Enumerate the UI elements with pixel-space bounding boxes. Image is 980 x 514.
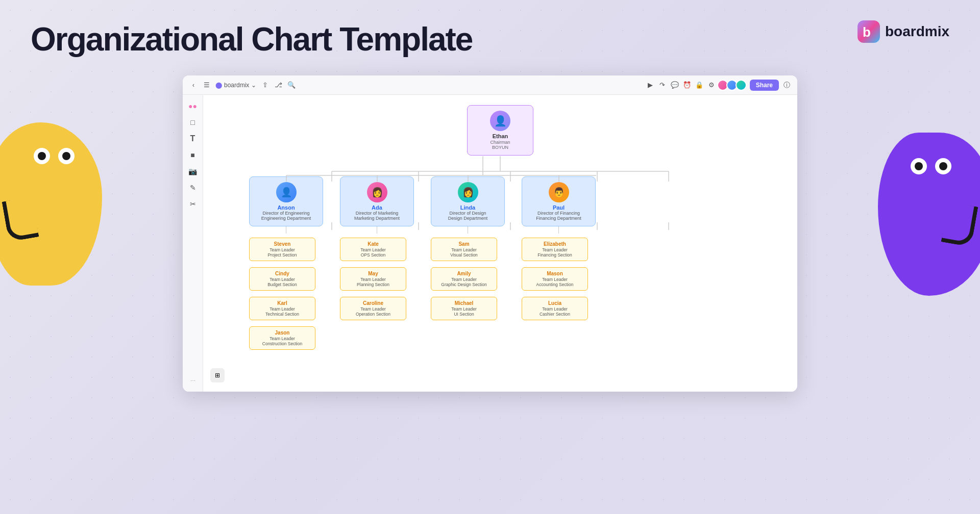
- cursor-icon[interactable]: ↷: [658, 81, 667, 90]
- play-icon[interactable]: ▶: [646, 81, 655, 90]
- director-anson: 👤 Anson Director of Engineering Engineer…: [249, 176, 323, 353]
- lock-icon[interactable]: 🔒: [695, 81, 704, 90]
- dir-ada-name: Ada: [346, 204, 408, 211]
- tag-icon[interactable]: ⎇: [274, 81, 283, 90]
- tool-more[interactable]: ⋯: [186, 373, 200, 388]
- dir-ada-role: Director of Marketing: [346, 211, 408, 216]
- director-linda: 👩 Linda Director of Design Design Depart…: [431, 176, 505, 323]
- node-caroline: CarolineTeam LeaderOperation Section: [340, 297, 406, 320]
- dir-ada-dept: Marketing Department: [346, 216, 408, 221]
- dir-anson-role: Director of Engineering: [255, 211, 317, 216]
- tool-scissors[interactable]: ✂: [186, 197, 200, 211]
- search-icon[interactable]: 🔍: [287, 81, 296, 90]
- ceo-role: Chairman: [473, 140, 528, 145]
- node-mason: MasonTeam LeaderAccounting Section: [522, 267, 588, 291]
- ceo-name: Ethan: [473, 133, 528, 139]
- breadcrumb-icon: ⬤: [215, 82, 222, 89]
- dir-paul-dept: Financing Department: [527, 216, 590, 221]
- v-line-anson: [286, 226, 287, 234]
- dir-linda-role: Director of Design: [436, 211, 499, 216]
- director-paul: 👨 Paul Director of Financing Financing D…: [522, 176, 596, 323]
- node-karl: KarlTeam LeaderTechnical Section: [249, 297, 315, 320]
- sidebar-tools: ●● □ T ■ 📷 ✎ ✂ ⋯: [183, 95, 203, 392]
- dir-linda-dept: Design Department: [436, 216, 499, 221]
- breadcrumb-text: boardmix: [224, 82, 249, 89]
- dir-anson-name: Anson: [255, 204, 317, 211]
- toolbar-right: ▶ ↷ 💬 ⏰ 🔒 ⚙ Share ⓘ: [646, 80, 791, 91]
- menu-icon[interactable]: ☰: [202, 81, 211, 90]
- ada-reports: KateTeam LeaderOPS Section MayTeam Leade…: [340, 238, 414, 323]
- v-line-paul: [558, 226, 559, 234]
- dir-anson-dept: Engineering Department: [255, 216, 317, 221]
- logo-text: boardmix: [885, 23, 949, 40]
- chart-area: 👤 Ethan Chairman BOYUN 👤 Anson Director …: [203, 95, 797, 392]
- node-jason: JasonTeam LeaderConstruction Section: [249, 326, 315, 350]
- tool-color[interactable]: ●●: [186, 99, 200, 113]
- page-title: Organizational Chart Template: [31, 20, 472, 58]
- breadcrumb: ⬤ boardmix ⌄: [215, 82, 256, 89]
- dir-linda-name: Linda: [436, 204, 499, 211]
- node-cindy: CindyTeam LeaderBudget Section: [249, 267, 315, 291]
- ceo-dept: BOYUN: [473, 145, 528, 150]
- grid-icon[interactable]: ⊞: [210, 368, 225, 382]
- anson-reports: StevenTeam LeaderProject Section CindyTe…: [249, 238, 323, 353]
- node-may: MayTeam LeaderPlanning Section: [340, 267, 406, 291]
- canvas-window: ‹ ☰ ⬤ boardmix ⌄ ⇧ ⎇ 🔍 ▶ ↷ 💬 ⏰ 🔒 ⚙ Share: [183, 75, 797, 392]
- node-steven: StevenTeam LeaderProject Section: [249, 238, 315, 261]
- node-lucia: LuciaTeam LeaderCashier Section: [522, 297, 588, 320]
- director-ada: 👩 Ada Director of Marketing Marketing De…: [340, 176, 414, 323]
- comment-icon[interactable]: 💬: [670, 81, 679, 90]
- node-elizabeth: ElizabethTeam LeaderFinancing Section: [522, 238, 588, 261]
- share-button[interactable]: Share: [750, 80, 779, 91]
- avatar-group: [719, 80, 747, 91]
- purple-blob-eyes: [908, 158, 954, 176]
- v-line-linda: [468, 226, 469, 234]
- tool-frame[interactable]: □: [186, 115, 200, 130]
- node-sam: SamTeam LeaderVisual Section: [431, 238, 497, 261]
- svg-text:b: b: [863, 24, 871, 40]
- back-icon[interactable]: ‹: [189, 81, 198, 90]
- tool-text[interactable]: T: [186, 132, 200, 146]
- tool-image[interactable]: 📷: [186, 164, 200, 178]
- node-michael: MichaelTeam LeaderUI Section: [431, 297, 497, 320]
- toolbar-left: ‹ ☰ ⬤ boardmix ⌄ ⇧ ⎇ 🔍: [189, 81, 642, 90]
- v-line-ada: [377, 226, 378, 234]
- logo: b boardmix: [857, 20, 949, 43]
- timer-icon[interactable]: ⏰: [682, 81, 692, 90]
- breadcrumb-chevron: ⌄: [251, 82, 256, 89]
- node-kate: KateTeam LeaderOPS Section: [340, 238, 406, 261]
- tool-sticky[interactable]: ■: [186, 148, 200, 162]
- linda-reports: SamTeam LeaderVisual Section AmilyTeam L…: [431, 238, 505, 323]
- upload-icon[interactable]: ⇧: [260, 81, 270, 90]
- dir-paul-name: Paul: [527, 204, 590, 211]
- help-icon[interactable]: ⓘ: [782, 81, 791, 90]
- tool-pen[interactable]: ✎: [186, 181, 200, 195]
- node-amily: AmilyTeam LeaderGraphic Design Section: [431, 267, 497, 291]
- logo-icon: b: [857, 20, 880, 43]
- yellow-blob-eyes: [31, 148, 78, 166]
- avatar-3: [736, 80, 747, 91]
- ceo-node: 👤 Ethan Chairman BOYUN: [467, 105, 533, 156]
- toolbar: ‹ ☰ ⬤ boardmix ⌄ ⇧ ⎇ 🔍 ▶ ↷ 💬 ⏰ 🔒 ⚙ Share: [183, 75, 797, 95]
- dir-paul-role: Director of Financing: [527, 211, 590, 216]
- paul-reports: ElizabethTeam LeaderFinancing Section Ma…: [522, 238, 596, 323]
- settings-icon[interactable]: ⚙: [707, 81, 716, 90]
